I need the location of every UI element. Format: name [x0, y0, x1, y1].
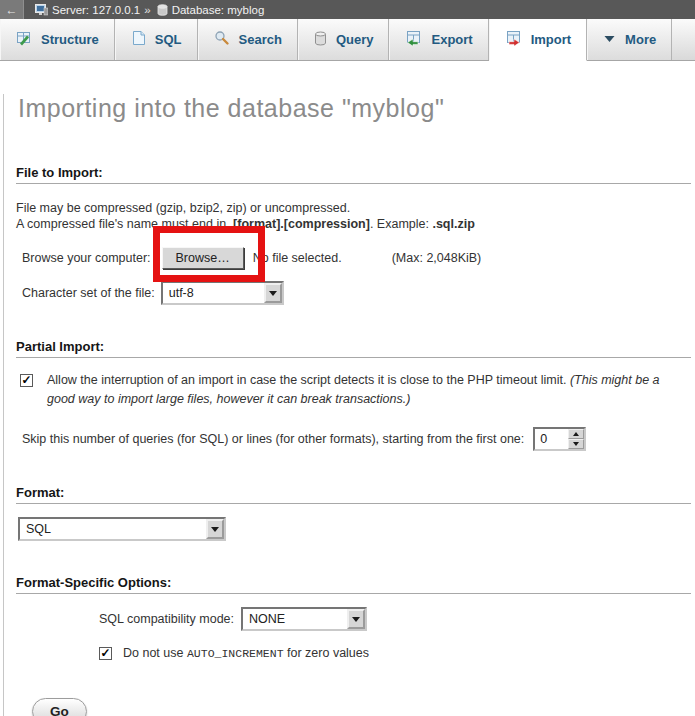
format-selected-value: SQL: [20, 519, 206, 539]
charset-label: Character set of the file:: [22, 286, 155, 300]
max-upload-size: (Max: 2,048KiB): [392, 251, 482, 265]
auto-increment-row: Do not use AUTO_INCREMENT for zero value…: [99, 645, 691, 662]
allow-interruption-row: Allow the interruption of an import in c…: [20, 371, 688, 409]
charset-row: Character set of the file: utf-8: [22, 281, 691, 305]
dropdown-arrow-icon: [269, 291, 277, 296]
tab-structure[interactable]: Structure: [0, 19, 115, 60]
file-to-import-heading: File to Import:: [16, 165, 691, 184]
dropdown-arrow-icon: [352, 617, 360, 622]
stepper-up-button[interactable]: [568, 429, 584, 439]
export-icon: [405, 30, 422, 49]
import-icon: [505, 30, 522, 49]
auto-increment-text: Do not use AUTO_INCREMENT for zero value…: [123, 645, 369, 662]
sql-compatibility-select[interactable]: NONE: [241, 607, 367, 631]
tab-export[interactable]: Export: [389, 19, 488, 60]
auto-increment-code: AUTO_INCREMENT: [187, 647, 284, 660]
back-button[interactable]: ←: [0, 0, 24, 19]
skip-queries-stepper[interactable]: 0: [533, 427, 586, 451]
compression-info-line1: File may be compressed (gzip, bzip2, zip…: [16, 200, 691, 216]
go-button[interactable]: Go: [32, 698, 87, 716]
tab-query[interactable]: Query: [298, 19, 390, 60]
database-icon: [157, 4, 168, 16]
tab-import[interactable]: Import: [489, 19, 587, 61]
tab-more[interactable]: More: [587, 19, 672, 60]
auto-increment-checkbox[interactable]: [99, 647, 112, 660]
down-arrow-icon: [573, 442, 579, 446]
charset-select[interactable]: utf-8: [161, 281, 284, 305]
stepper-buttons: [568, 429, 584, 449]
structure-icon: [16, 30, 32, 49]
browse-button[interactable]: Browse…: [162, 247, 244, 269]
skip-queries-row: Skip this number of queries (for SQL) or…: [22, 427, 691, 451]
no-file-selected-text: No file selected.: [253, 251, 342, 265]
charset-dropdown-button[interactable]: [264, 283, 282, 303]
browse-row: Browse your computer: Browse… No file se…: [22, 247, 691, 269]
breadcrumb-database[interactable]: Database: myblog: [172, 4, 265, 16]
sql-compatibility-value: NONE: [243, 609, 347, 629]
sql-icon: [131, 30, 146, 49]
skip-queries-label: Skip this number of queries (for SQL) or…: [22, 432, 524, 446]
charset-selected-value: utf-8: [163, 283, 264, 303]
stepper-down-button[interactable]: [568, 439, 584, 449]
format-specific-options-body: SQL compatibility mode: NONE Do not use …: [99, 607, 691, 662]
compat-dropdown-button[interactable]: [347, 609, 365, 629]
partial-import-heading: Partial Import:: [16, 339, 691, 358]
format-select[interactable]: SQL: [18, 517, 226, 541]
sql-compatibility-label: SQL compatibility mode:: [99, 612, 234, 626]
browse-label: Browse your computer:: [22, 251, 151, 265]
page-title: Importing into the database "myblog": [18, 94, 691, 123]
server-icon: [35, 4, 48, 16]
dropdown-arrow-icon: [211, 527, 219, 532]
breadcrumb-separator: »: [144, 4, 150, 16]
skip-queries-value[interactable]: 0: [535, 429, 568, 449]
sql-compatibility-row: SQL compatibility mode: NONE: [99, 607, 691, 631]
format-specific-options-heading: Format-Specific Options:: [16, 575, 691, 594]
tab-bar: Structure SQL Search Query Export Import: [0, 19, 695, 61]
tab-search[interactable]: Search: [198, 19, 298, 60]
search-icon: [214, 30, 230, 49]
breadcrumb-server[interactable]: Server: 127.0.0.1: [52, 4, 140, 16]
format-heading: Format:: [16, 485, 691, 504]
allow-interruption-text: Allow the interruption of an import in c…: [47, 371, 688, 409]
tab-filler: [672, 19, 695, 60]
breadcrumb-bar: ← Server: 127.0.0.1 » Database: myblog: [0, 0, 695, 19]
chevron-down-icon: [603, 32, 616, 47]
compression-info-line2: A compressed file's name must end in .[f…: [16, 216, 691, 232]
main-content: Importing into the database "myblog" Fil…: [3, 94, 695, 716]
query-icon: [314, 31, 327, 49]
tab-sql[interactable]: SQL: [115, 19, 198, 60]
up-arrow-icon: [573, 432, 579, 436]
allow-interruption-checkbox[interactable]: [20, 374, 33, 387]
file-import-section: File may be compressed (gzip, bzip2, zip…: [16, 200, 691, 305]
format-dropdown-button[interactable]: [206, 519, 224, 539]
